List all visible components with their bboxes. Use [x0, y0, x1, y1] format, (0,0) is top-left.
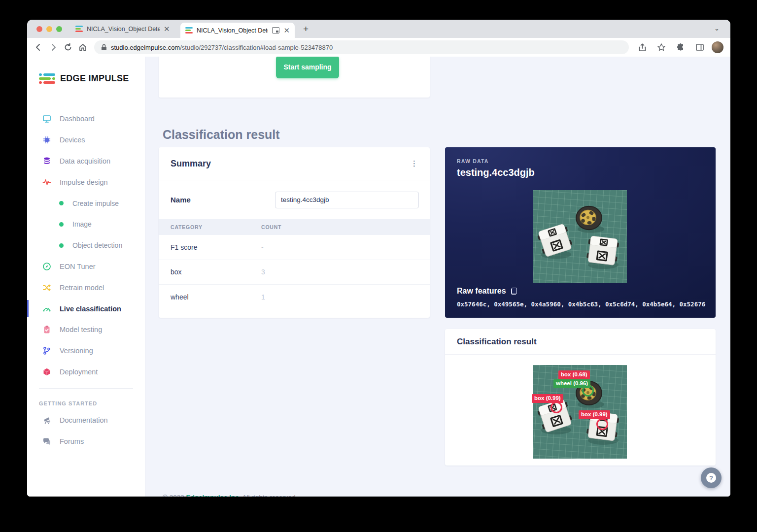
raw-sample-image [533, 190, 627, 283]
side-panel-icon[interactable] [692, 40, 707, 55]
green-dot-icon [59, 243, 64, 248]
sidebar-item-image[interactable]: Image [27, 214, 145, 235]
classification-result-title: Classification result [457, 337, 537, 347]
column-count: COUNT [261, 224, 281, 230]
shuffle-icon [42, 283, 51, 292]
tab-strip: NICLA_Vision_Object Detectio ✕ NICLA_Vis… [27, 20, 730, 38]
sidebar-item-create-impulse[interactable]: Create impulse [27, 193, 145, 214]
column-category: CATEGORY [159, 224, 261, 230]
summary-card: Summary ⋮ Name CATEGORY COUNT F1 score -… [159, 147, 430, 318]
sidebar-item-eon-tuner[interactable]: EON Tuner [27, 256, 145, 277]
waveform-icon [42, 178, 51, 187]
extensions-puzzle-icon[interactable] [673, 40, 688, 55]
telescope-icon [42, 416, 51, 425]
sidebar-item-documentation[interactable]: Documentation [27, 409, 145, 431]
sidebar-item-forums[interactable]: Forums [27, 431, 145, 452]
edge-impulse-logo-icon [39, 73, 55, 84]
sidebar-item-model-testing[interactable]: Model testing [27, 319, 145, 340]
sidebar-item-deployment[interactable]: Deployment [27, 362, 145, 383]
browser-tab-inactive[interactable]: NICLA_Vision_Object Detectio ✕ [70, 20, 179, 38]
maximize-window-button[interactable] [56, 26, 62, 32]
monitor-icon [42, 114, 51, 123]
database-icon [42, 157, 51, 166]
page-title: Classification result [163, 128, 280, 142]
profile-avatar[interactable] [712, 41, 723, 53]
back-button[interactable] [31, 40, 46, 55]
table-row: F1 score - [159, 235, 430, 260]
home-button[interactable] [75, 40, 90, 55]
browser-tab-active[interactable]: NICLA_Vision_Object Dete ✕ [180, 23, 295, 38]
raw-features-label: Raw features [457, 287, 506, 296]
question-mark-icon: ? [706, 473, 716, 483]
raw-data-card: RAW DATA testing.4cc3dgjb Raw features 0… [445, 147, 716, 318]
sidebar-item-versioning[interactable]: Versioning [27, 340, 145, 362]
git-branch-icon [42, 346, 51, 355]
edge-impulse-favicon [185, 27, 193, 33]
edge-impulse-logo[interactable]: EDGE IMPULSE [39, 71, 145, 85]
sampling-card: Start sampling [159, 57, 430, 98]
sidebar-item-impulse-design[interactable]: Impulse design [27, 171, 145, 193]
detection-label-box: box (0.68) [558, 370, 590, 379]
sidebar-item-dashboard[interactable]: Dashboard [27, 108, 145, 130]
footer-copyright: © 2023 EdgeImpulse Inc. All rights reser… [163, 494, 296, 497]
sidebar-item-devices[interactable]: Devices [27, 130, 145, 151]
close-tab-icon[interactable]: ✕ [283, 27, 290, 34]
detection-ring-box [551, 401, 562, 413]
footer-link[interactable]: EdgeImpulse Inc. [186, 494, 241, 497]
copy-icon[interactable] [511, 288, 517, 295]
window-controls[interactable] [36, 26, 62, 32]
help-button[interactable]: ? [701, 467, 722, 488]
new-tab-button[interactable]: + [303, 24, 309, 34]
edge-impulse-favicon [75, 26, 83, 32]
detection-label-box: box (0.99) [532, 394, 563, 403]
summary-title: Summary [171, 159, 211, 169]
raw-data-label: RAW DATA [457, 158, 704, 164]
sidebar-item-live-classification[interactable]: Live classification [27, 298, 145, 319]
sidebar-item-retrain-model[interactable]: Retrain model [27, 277, 145, 298]
green-dot-icon [59, 222, 64, 227]
table-row: box 3 [159, 260, 430, 285]
logo-text: EDGE IMPULSE [60, 73, 129, 84]
compass-icon [42, 262, 51, 271]
tab-memory-icon [272, 27, 279, 33]
page-content: EDGE IMPULSE Dashboard Devices Data acqu… [27, 57, 730, 497]
sidebar-item-object-detection[interactable]: Object detection [27, 235, 145, 256]
sample-name: testing.4cc3dgjb [457, 167, 704, 178]
sidebar-divider [39, 388, 133, 389]
chat-bubbles-icon [42, 437, 51, 446]
gauge-icon [42, 304, 51, 313]
detection-label-box: box (0.99) [579, 410, 610, 419]
browser-toolbar: studio.edgeimpulse.com/studio/292737/cla… [27, 38, 730, 57]
table-row: wheel 1 [159, 285, 430, 309]
sidebar-section-header: GETTING STARTED [39, 400, 145, 406]
detection-ring-box [596, 418, 608, 430]
close-tab-icon[interactable]: ✕ [164, 25, 170, 33]
close-window-button[interactable] [36, 26, 42, 32]
detection-label-wheel: wheel (0.96) [553, 379, 590, 388]
classification-result-card: Classification result box (0.68) wheel (… [445, 329, 716, 466]
share-icon[interactable] [635, 40, 650, 55]
summary-menu-icon[interactable]: ⋮ [411, 159, 418, 168]
start-sampling-button[interactable]: Start sampling [276, 57, 339, 78]
cube-icon [42, 367, 51, 376]
classification-image: box (0.68) wheel (0.96) box (0.99) box (… [533, 365, 627, 459]
minimize-window-button[interactable] [46, 26, 52, 32]
chip-icon [42, 135, 51, 144]
reload-button[interactable] [61, 40, 75, 55]
browser-menu-icon[interactable]: ⋮ [728, 43, 730, 52]
main-area: Start sampling Classification result Sum… [145, 57, 730, 497]
clipboard-check-icon [42, 325, 51, 334]
tab-search-chevron-icon[interactable]: ⌄ [714, 25, 720, 32]
summary-table-header: CATEGORY COUNT [159, 219, 430, 235]
address-bar[interactable]: studio.edgeimpulse.com/studio/292737/cla… [94, 40, 629, 54]
forward-button[interactable] [46, 40, 61, 55]
lock-icon [101, 44, 107, 51]
sidebar: EDGE IMPULSE Dashboard Devices Data acqu… [27, 57, 145, 497]
name-label: Name [171, 196, 191, 204]
name-input[interactable] [275, 192, 419, 208]
sidebar-item-data-acquisition[interactable]: Data acquisition [27, 151, 145, 172]
bookmark-star-icon[interactable] [654, 40, 669, 55]
green-dot-icon [59, 201, 64, 205]
browser-window: NICLA_Vision_Object Detectio ✕ NICLA_Vis… [27, 20, 730, 497]
tab-title: NICLA_Vision_Object Detectio [87, 26, 160, 33]
